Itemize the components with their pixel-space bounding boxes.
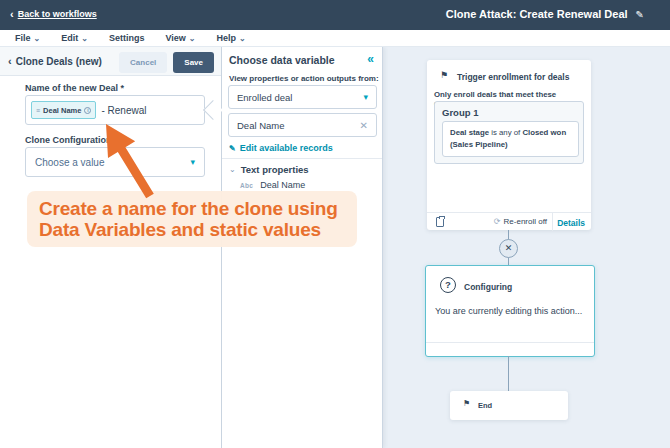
- workflow-title: Clone Attack: Create Renewal Deal ✎: [446, 8, 644, 20]
- configuring-title: Configuring: [464, 282, 512, 292]
- source-select-value: Enrolled deal: [237, 92, 363, 103]
- save-button[interactable]: Save: [173, 52, 214, 73]
- property-search-input[interactable]: [237, 120, 360, 131]
- reenroll-label: Re-enroll off: [504, 217, 547, 226]
- annotation-callout: Create a name for the clone using Data V…: [27, 191, 357, 247]
- trigger-card[interactable]: ⚑ Trigger enrollment for deals Only enro…: [427, 60, 591, 230]
- deal-name-field-label: Name of the new Deal *: [25, 83, 124, 93]
- configuring-footer-divider: [426, 342, 594, 343]
- edit-available-records-link[interactable]: ✎ Edit available records: [229, 143, 333, 153]
- action-editor-back[interactable]: ‹ Clone Deals (new): [8, 55, 102, 67]
- token-label: Deal Name: [43, 106, 81, 115]
- details-link[interactable]: Details: [557, 218, 585, 228]
- collapse-panel-icon[interactable]: «: [367, 52, 374, 66]
- deal-name-input[interactable]: ≡ Deal Name i - Renewal: [25, 95, 205, 125]
- workflow-canvas[interactable]: ⚑ Trigger enrollment for deals Only enro…: [383, 47, 670, 448]
- chevron-down-icon: ⌄: [239, 34, 246, 43]
- menu-settings[interactable]: Settings: [109, 33, 145, 43]
- panel-back-chevron-icon: ‹: [8, 55, 12, 67]
- source-select[interactable]: Enrolled deal ▾: [228, 85, 377, 109]
- cancel-button[interactable]: Cancel: [119, 52, 167, 73]
- footer-divider: [552, 213, 553, 231]
- source-label: View properties or action outputs from:: [229, 74, 379, 83]
- trigger-footer: ⟳ Re-enroll off Details: [427, 212, 591, 230]
- action-editor-panel: ‹ Clone Deals (new) Cancel Save Name of …: [0, 47, 222, 448]
- chevron-down-icon: ⌄: [189, 34, 196, 43]
- chevron-down-icon: ⌄: [81, 34, 88, 43]
- annotation-line1: Create a name for the clone using: [39, 198, 345, 219]
- edit-title-pencil-icon[interactable]: ✎: [636, 9, 644, 20]
- clone-config-label: Clone Configuration *: [25, 135, 118, 145]
- text-type-icon: Abc: [240, 182, 253, 189]
- flag-icon: ⚑: [440, 70, 448, 80]
- pencil-icon: ✎: [229, 144, 236, 153]
- reenroll-arrows-icon: ⟳: [494, 217, 501, 226]
- action-editor-header: ‹ Clone Deals (new) Cancel Save: [0, 47, 221, 76]
- menu-help[interactable]: Help⌄: [217, 33, 246, 43]
- question-icon: ?: [440, 277, 456, 293]
- trigger-title: Trigger enrollment for deals: [457, 72, 569, 82]
- clone-config-select[interactable]: Choose a value ▾: [25, 147, 205, 177]
- chevron-down-icon: ▾: [190, 157, 195, 167]
- data-variable-panel-title: Choose data variable: [229, 54, 335, 66]
- configuring-action-card[interactable]: ? Configuring You are currently editing …: [425, 265, 595, 357]
- chevron-down-icon: ▾: [363, 92, 368, 102]
- deal-name-token-chip[interactable]: ≡ Deal Name i: [31, 101, 96, 119]
- menu-view[interactable]: View⌄: [165, 33, 195, 43]
- annotation-line2: Data Variables and static values: [39, 219, 345, 240]
- workflow-title-text: Clone Attack: Create Renewal Deal: [446, 8, 628, 20]
- property-search-box: ✕: [228, 113, 377, 137]
- copy-icon[interactable]: [436, 217, 444, 227]
- menu-bar: File⌄ Edit⌄ Settings View⌄ Help⌄: [0, 30, 670, 47]
- top-bar: ‹ Back to workflows Clone Attack: Create…: [0, 0, 670, 30]
- clone-config-placeholder: Choose a value: [35, 157, 190, 168]
- clear-search-icon[interactable]: ✕: [360, 120, 368, 131]
- text-properties-section-header[interactable]: ⌄ Text properties: [229, 164, 309, 175]
- trigger-condition[interactable]: Deal stage is any of Closed won (Sales P…: [442, 121, 579, 157]
- end-card[interactable]: ⚑ End: [450, 391, 568, 420]
- condition-operator: is any of: [489, 128, 522, 137]
- group-title: Group 1: [442, 107, 478, 118]
- back-label: Back to workflows: [18, 9, 97, 19]
- configuring-body: You are currently editing this action...: [435, 306, 582, 316]
- menu-edit[interactable]: Edit⌄: [61, 33, 88, 43]
- reenroll-toggle[interactable]: ⟳ Re-enroll off: [494, 217, 547, 226]
- data-variable-panel: Choose data variable « View properties o…: [222, 47, 383, 448]
- drag-handle-icon: ≡: [36, 107, 40, 114]
- condition-field: Deal stage: [450, 128, 489, 137]
- static-name-text: - Renewal: [101, 105, 146, 116]
- section-title: Text properties: [241, 164, 309, 175]
- panel-divider: [222, 158, 382, 159]
- trigger-group-box: Group 1 Deal stage is any of Closed won …: [434, 101, 584, 164]
- back-to-workflows-link[interactable]: ‹ Back to workflows: [10, 9, 97, 19]
- token-info-icon[interactable]: i: [84, 107, 91, 114]
- chevron-down-icon: ⌄: [229, 165, 236, 174]
- connector-line: [508, 356, 509, 391]
- action-editor-title: Clone Deals (new): [16, 56, 102, 67]
- workflow-editor-window: ‹ Back to workflows Clone Attack: Create…: [0, 0, 670, 448]
- connector-x-node[interactable]: ✕: [499, 239, 518, 258]
- menu-file[interactable]: File⌄: [15, 33, 40, 43]
- property-item-label: Deal Name: [260, 180, 305, 190]
- chevron-down-icon: ⌄: [34, 34, 41, 43]
- property-list-item[interactable]: Abc Deal Name: [240, 180, 305, 190]
- back-chevron-icon: ‹: [10, 10, 14, 19]
- flag-icon: ⚑: [463, 399, 470, 408]
- end-label: End: [478, 401, 492, 410]
